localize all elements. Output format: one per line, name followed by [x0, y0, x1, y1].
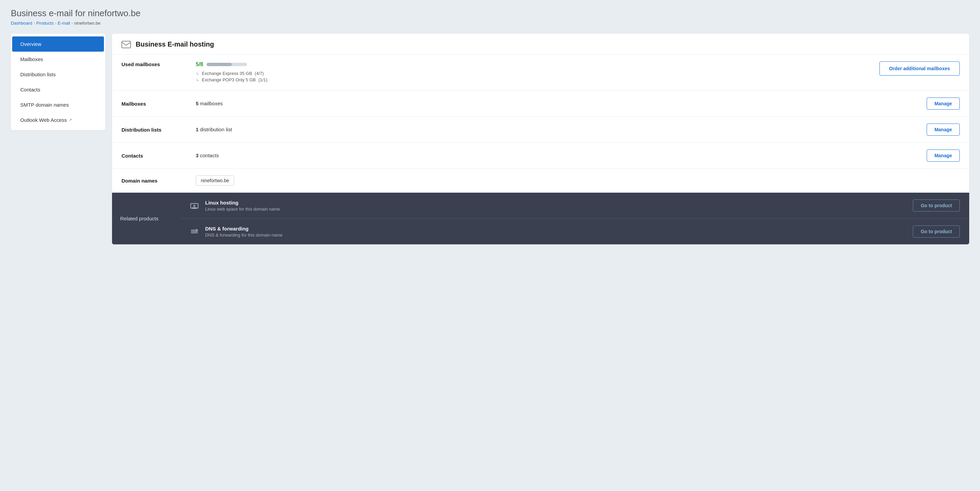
sub-arrow-2: ↳: [196, 78, 199, 82]
sub-item-exchange-express: ↳ Exchange Express 35 GB (4/7): [196, 71, 873, 76]
related-products-list: Linux hosting Linux web space for this d…: [180, 193, 969, 244]
distribution-lists-label: Distribution lists: [121, 127, 189, 133]
page-title: Business e-mail for ninefortwo.be: [11, 8, 969, 19]
mailboxes-row: Mailboxes 5 mailboxes Manage: [112, 91, 969, 117]
breadcrumb: Dashboard › Products › E-mail › ninefort…: [11, 21, 969, 25]
sidebar-item-contacts[interactable]: Contacts: [12, 82, 104, 97]
sidebar-item-overview[interactable]: Overview: [12, 37, 104, 52]
external-link-icon: ↗: [69, 118, 72, 122]
linux-hosting-go-button[interactable]: Go to product: [913, 199, 960, 211]
breadcrumb-email[interactable]: E-mail: [58, 21, 70, 25]
mailboxes-value: 5 mailboxes: [196, 100, 920, 106]
content-title: Business E-mail hosting: [136, 40, 214, 48]
domain-names-label: Domain names: [121, 178, 189, 184]
sidebar: Overview Mailboxes Distribution lists Co…: [11, 34, 105, 130]
related-product-linux: Linux hosting Linux web space for this d…: [180, 193, 969, 219]
contacts-value: 3 contacts: [196, 153, 920, 159]
mailboxes-label: Mailboxes: [121, 101, 189, 106]
order-additional-mailboxes-button[interactable]: Order additional mailboxes: [880, 61, 960, 76]
sidebar-item-owa[interactable]: Outlook Web Access ↗: [12, 112, 104, 127]
domain-badge: ninefortwo.be: [196, 175, 234, 186]
domain-names-row: Domain names ninefortwo.be: [112, 169, 969, 193]
linux-hosting-info: Linux hosting Linux web space for this d…: [205, 200, 907, 211]
used-mailboxes-value: 5/8 ↳ Exchange Express 35 GB (4/7) ↳ Exc…: [196, 61, 873, 84]
page-header: Business e-mail for ninefortwo.be Dashbo…: [11, 8, 969, 25]
sidebar-item-mailboxes[interactable]: Mailboxes: [12, 52, 104, 67]
content-header: Business E-mail hosting: [112, 34, 969, 55]
sub-arrow-1: ↳: [196, 71, 199, 76]
linux-hosting-name: Linux hosting: [205, 200, 907, 205]
related-products-section: Related products Linux hos: [112, 193, 969, 244]
contacts-row: Contacts 3 contacts Manage: [112, 143, 969, 169]
related-products-label-col: Related products: [112, 193, 180, 244]
dns-forwarding-info: DNS & forwarding DNS & forwarding for th…: [205, 226, 907, 238]
mailboxes-manage-button[interactable]: Manage: [927, 97, 960, 110]
used-mailboxes-row: Used mailboxes 5/8 ↳ Exchange Express 35…: [112, 55, 969, 91]
main-layout: Overview Mailboxes Distribution lists Co…: [11, 34, 969, 244]
progress-bar: [207, 63, 247, 66]
svg-point-3: [194, 205, 196, 207]
linux-hosting-icon: [189, 200, 200, 211]
contacts-manage-button[interactable]: Manage: [927, 149, 960, 162]
breadcrumb-dashboard[interactable]: Dashboard: [11, 21, 32, 25]
dns-forwarding-desc: DNS & forwarding for this domain name: [205, 232, 907, 238]
order-mailboxes-action: Order additional mailboxes: [880, 61, 960, 76]
contacts-label: Contacts: [121, 153, 189, 159]
domain-names-value: ninefortwo.be: [196, 175, 960, 186]
dns-forwarding-name: DNS & forwarding: [205, 226, 907, 232]
distribution-lists-manage-button[interactable]: Manage: [927, 124, 960, 136]
related-products-label: Related products: [120, 216, 158, 221]
dns-forwarding-go-button[interactable]: Go to product: [913, 226, 960, 238]
sub-item-pop3: ↳ Exchange POP3 Only 5 GB (1/1): [196, 77, 873, 82]
dns-forwarding-icon: [189, 226, 200, 237]
distribution-lists-value: 1 distribution list: [196, 127, 920, 133]
used-mailboxes-label: Used mailboxes: [121, 61, 189, 67]
distribution-lists-row: Distribution lists 1 distribution list M…: [112, 117, 969, 143]
svg-rect-0: [122, 41, 130, 48]
related-product-dns: DNS & forwarding DNS & forwarding for th…: [180, 219, 969, 244]
used-fraction: 5/8: [196, 61, 203, 67]
email-icon: [121, 41, 131, 48]
linux-hosting-desc: Linux web space for this domain name: [205, 207, 907, 211]
content-area: Business E-mail hosting Used mailboxes 5…: [112, 34, 969, 244]
sidebar-item-distribution-lists[interactable]: Distribution lists: [12, 67, 104, 82]
breadcrumb-current: ninefortwo.be: [74, 21, 100, 25]
sidebar-item-smtp[interactable]: SMTP domain names: [12, 97, 104, 112]
progress-bar-fill: [207, 63, 232, 66]
breadcrumb-products[interactable]: Products: [37, 21, 54, 25]
